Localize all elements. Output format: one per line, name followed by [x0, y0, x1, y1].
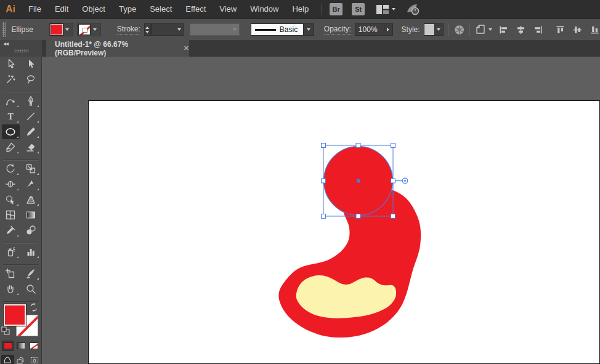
tools-panel-grip[interactable] — [14, 49, 29, 52]
stroke-weight-dropdown[interactable] — [151, 23, 184, 36]
menu-view[interactable]: View — [213, 0, 243, 18]
ellipse-tool-active[interactable] — [2, 124, 20, 139]
eyedropper-tool[interactable] — [2, 223, 20, 238]
menu-edit[interactable]: Edit — [48, 0, 75, 18]
magic-wand-tool[interactable] — [2, 72, 20, 87]
shaper-tool[interactable] — [2, 140, 20, 155]
style-chevron[interactable] — [435, 23, 444, 36]
selection-handle[interactable] — [322, 214, 326, 219]
default-fill-stroke-icon[interactable] — [1, 326, 10, 336]
stroke-none-swatch[interactable] — [78, 24, 91, 35]
document-tab[interactable]: Untitled-1* @ 66.67% (RGB/Preview) ✕ — [46, 40, 189, 57]
menu-file[interactable]: File — [22, 0, 48, 18]
selection-handle[interactable] — [322, 144, 326, 148]
center-point-widget[interactable] — [357, 179, 360, 183]
align-right-icon[interactable] — [533, 25, 543, 35]
close-tab-icon[interactable]: ✕ — [184, 44, 189, 52]
opacity-input[interactable]: 100% — [355, 23, 384, 36]
align-horizontal-center-icon[interactable] — [516, 25, 526, 35]
scale-tool[interactable] — [22, 161, 40, 176]
selection-handle[interactable] — [356, 144, 360, 148]
stock-button[interactable]: St — [352, 3, 365, 15]
width-tool[interactable] — [2, 177, 20, 192]
hand-tool[interactable] — [2, 281, 20, 296]
opacity-panel-link[interactable]: Opacity: — [324, 25, 351, 34]
swap-fill-stroke-icon[interactable] — [30, 303, 38, 312]
workspace-switcher-button[interactable] — [376, 5, 395, 14]
type-tool[interactable]: T — [2, 109, 20, 124]
color-button[interactable] — [2, 341, 14, 351]
control-bar: Ellipse Stroke: Basic Opacity: 100% Styl… — [0, 18, 600, 40]
menu-window[interactable]: Window — [243, 0, 285, 18]
zoom-tool[interactable] — [22, 281, 40, 296]
fill-color-swatch[interactable] — [51, 24, 63, 35]
bridge-button[interactable]: Br — [330, 3, 343, 15]
stroke-chevron[interactable] — [91, 23, 100, 36]
collapse-tools-button[interactable]: ◂◂ — [3, 40, 8, 47]
mesh-tool[interactable] — [2, 208, 20, 222]
perspective-grid-tool[interactable] — [22, 192, 40, 207]
draw-inside-button[interactable] — [28, 355, 41, 364]
blend-icon — [25, 225, 36, 236]
draw-behind-button[interactable] — [15, 355, 28, 364]
selection-handle[interactable] — [391, 179, 395, 183]
stroke-weight-stepper[interactable] — [144, 23, 151, 36]
controlbar-grip[interactable] — [2, 22, 6, 37]
controlbar-separator — [448, 23, 449, 36]
artboard-tool[interactable] — [2, 266, 20, 281]
selection-handle[interactable] — [391, 214, 395, 219]
draw-normal-button[interactable] — [1, 355, 14, 364]
fill-chevron[interactable] — [63, 23, 72, 36]
opacity-options-button[interactable] — [384, 23, 393, 36]
selection-handle[interactable] — [356, 214, 360, 219]
menu-help[interactable]: Help — [285, 0, 315, 18]
menu-object[interactable]: Object — [75, 0, 112, 18]
align-bottom-icon[interactable] — [590, 25, 600, 35]
lasso-tool[interactable] — [22, 72, 40, 87]
align-vertical-center-icon[interactable] — [572, 25, 583, 35]
brush-chevron[interactable] — [304, 23, 314, 36]
selection-handle[interactable] — [391, 144, 395, 148]
stroke-panel-link[interactable]: Stroke: — [117, 25, 140, 34]
menu-type[interactable]: Type — [112, 0, 143, 18]
slice-tool[interactable] — [22, 266, 40, 281]
blend-tool[interactable] — [22, 223, 40, 238]
puppet-warp-tool[interactable] — [22, 177, 40, 192]
curvature-tool[interactable] — [2, 94, 20, 108]
tools-separator — [3, 155, 38, 160]
shape-builder-tool[interactable] — [2, 192, 20, 207]
direct-selection-tool[interactable] — [22, 57, 40, 71]
menu-effect[interactable]: Effect — [179, 0, 213, 18]
gradient-tool[interactable] — [22, 208, 40, 222]
shape-properties-button[interactable] — [475, 24, 492, 35]
selection-handle[interactable] — [322, 179, 326, 183]
controlbar-separator — [469, 23, 470, 36]
tools-separator — [3, 87, 38, 92]
pie-angle-widget[interactable] — [395, 178, 408, 184]
pen-tool[interactable] — [22, 94, 40, 108]
selection-tool[interactable] — [2, 57, 20, 71]
paintbrush-tool[interactable] — [22, 124, 40, 139]
canvas-pasteboard[interactable] — [42, 57, 600, 364]
stroke-color-control[interactable] — [77, 23, 101, 36]
brush-preview[interactable]: Basic — [251, 23, 304, 36]
recolor-artwork-icon[interactable] — [454, 24, 464, 36]
column-graph-icon — [25, 246, 36, 257]
gradient-button[interactable] — [15, 341, 26, 351]
graphic-style-swatch[interactable] — [424, 23, 435, 36]
fill-color-control[interactable] — [49, 23, 73, 36]
none-button[interactable] — [28, 341, 40, 351]
symbol-sprayer-tool[interactable] — [2, 245, 20, 259]
fill-color-indicator[interactable] — [4, 304, 26, 326]
gpu-performance-icon[interactable] — [405, 3, 420, 15]
workspace-layout-icon — [376, 5, 389, 14]
line-segment-tool[interactable] — [22, 109, 40, 124]
brush-definition-control[interactable]: Basic — [251, 23, 314, 36]
brush-name: Basic — [280, 25, 298, 34]
align-top-icon[interactable] — [555, 25, 566, 35]
menu-select[interactable]: Select — [143, 0, 179, 18]
eraser-tool[interactable] — [22, 140, 40, 155]
column-graph-tool[interactable] — [22, 245, 40, 259]
rotate-tool[interactable] — [2, 161, 20, 176]
align-left-icon[interactable] — [498, 25, 509, 35]
